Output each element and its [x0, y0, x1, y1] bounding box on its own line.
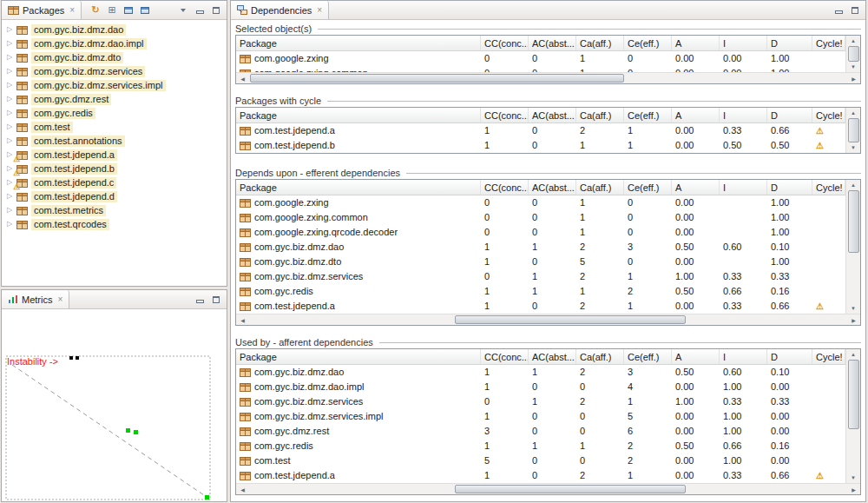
column-header[interactable]: CC(conc...	[481, 108, 529, 122]
column-header[interactable]: Cycle!	[812, 349, 845, 364]
open-type-icon[interactable]	[140, 4, 150, 17]
minimize-icon[interactable]	[194, 4, 205, 17]
tree-item[interactable]: ▷ com.gyc.dmz.rest	[2, 92, 227, 106]
tab-dependencies[interactable]: Dependencies ×	[231, 1, 329, 19]
table-row[interactable]: com.test.jdepend.a10210.000.330.66⚠	[236, 123, 845, 138]
column-header[interactable]: AC(abst...	[529, 349, 576, 364]
expand-arrow-icon[interactable]: ▷	[7, 217, 16, 231]
scroll-down-icon[interactable]: ▼	[847, 303, 860, 314]
horizontal-scrollbar[interactable]: ◀ ▶	[236, 72, 860, 83]
column-header[interactable]: AC(abst...	[529, 180, 576, 195]
scroll-down-icon[interactable]: ▼	[847, 473, 860, 483]
expand-arrow-icon[interactable]: ▷	[7, 92, 16, 106]
tree-item[interactable]: ▷ com.test.qrcodes	[2, 217, 227, 231]
table-row[interactable]: com.gyc.dmz.rest30060.001.000.00	[236, 424, 845, 439]
column-header[interactable]: CC(conc...	[481, 36, 529, 50]
tree-item[interactable]: ▷ com.gyc.biz.dmz.dao.impl	[2, 36, 227, 50]
column-header[interactable]: A	[672, 349, 720, 364]
tab-packages[interactable]: Packages ×	[2, 1, 82, 19]
table-row[interactable]: com.google.zxing.common00100.001.00	[236, 210, 845, 225]
tree-item[interactable]: ▷ com.gyc.biz.dmz.services.impl	[2, 78, 227, 92]
scroll-up-icon[interactable]: ▲	[847, 180, 860, 190]
expand-arrow-icon[interactable]: ▷	[7, 23, 16, 36]
table-row[interactable]: com.google.zxing.common00100.000.001.00	[236, 66, 845, 72]
minimize-icon[interactable]	[194, 294, 205, 306]
scroll-down-icon[interactable]: ▼	[847, 142, 860, 153]
scroll-up-icon[interactable]: ▲	[847, 36, 860, 46]
column-header[interactable]: D	[767, 349, 812, 364]
column-header[interactable]: I	[720, 36, 767, 50]
maximize-icon[interactable]	[850, 4, 860, 17]
table-row[interactable]: com.test.jdepend.a10210.000.330.66⚠	[236, 299, 845, 314]
column-header[interactable]: D	[767, 108, 812, 122]
refresh-icon[interactable]: ↻	[90, 4, 101, 17]
grid-icon[interactable]: ⊞	[107, 4, 117, 17]
scroll-right-icon[interactable]: ▶	[847, 486, 860, 493]
maximize-icon[interactable]	[211, 294, 221, 306]
table-row[interactable]: com.gyc.biz.dmz.services.impl10050.001.0…	[236, 409, 845, 424]
tree-item[interactable]: ▷ com.gyc.biz.dmz.services	[2, 64, 227, 78]
column-header[interactable]: AC(abst...	[529, 36, 576, 50]
column-header[interactable]: AC(abst...	[529, 108, 576, 122]
scrollbar-thumb[interactable]	[848, 118, 859, 142]
tree-item[interactable]: ▷ com.test	[2, 120, 227, 134]
column-header[interactable]: Ca(aff.)	[576, 349, 624, 364]
column-header[interactable]: CC(conc...	[481, 180, 529, 195]
table-row[interactable]: com.gyc.biz.dmz.dao11230.500.600.10	[236, 365, 845, 380]
column-header[interactable]: Package	[236, 349, 481, 364]
scrollbar-thumb[interactable]	[455, 315, 686, 324]
column-header[interactable]: Ce(eff.)	[624, 108, 672, 122]
column-header[interactable]: I	[720, 180, 767, 195]
expand-arrow-icon[interactable]: ▷	[7, 203, 16, 217]
scroll-right-icon[interactable]: ▶	[847, 317, 860, 323]
column-header[interactable]: Cycle!	[812, 36, 845, 50]
scrollbar-thumb[interactable]	[848, 360, 859, 429]
expand-arrow-icon[interactable]: ▷	[7, 50, 16, 64]
scroll-left-icon[interactable]: ◀	[236, 317, 249, 323]
minimize-icon[interactable]	[833, 4, 844, 17]
table-row[interactable]: com.test50020.001.000.00	[236, 453, 845, 468]
scroll-left-icon[interactable]: ◀	[236, 76, 249, 82]
tree-item[interactable]: ▷ ⚠com.test.jdepend.b	[2, 162, 227, 175]
table-row[interactable]: com.gyc.redis11120.500.660.16	[236, 284, 845, 299]
scroll-up-icon[interactable]: ▲	[847, 108, 860, 118]
table-row[interactable]: com.gyc.biz.dmz.services01211.000.330.33	[236, 269, 845, 284]
scroll-down-icon[interactable]: ▼	[847, 62, 860, 72]
table-row[interactable]: com.gyc.biz.dmz.services01211.000.330.33	[236, 394, 845, 409]
expand-arrow-icon[interactable]: ▷	[7, 36, 16, 50]
scrollbar-thumb[interactable]	[250, 74, 624, 83]
table-row[interactable]: com.test.jdepend.a10210.000.330.66⚠	[236, 468, 845, 483]
tree-item[interactable]: ▷ com.test.metrics	[2, 203, 227, 217]
tree-item[interactable]: ▷ com.gyc.biz.dmz.dao	[2, 23, 227, 36]
link-editor-icon[interactable]	[123, 4, 134, 17]
table-row[interactable]: com.gyc.redis11120.500.660.16	[236, 439, 845, 453]
scrollbar-thumb[interactable]	[848, 190, 859, 253]
column-header[interactable]: CC(conc...	[481, 349, 529, 364]
column-header[interactable]: D	[767, 36, 812, 50]
tree-item[interactable]: ▷ com.test.annotations	[2, 134, 227, 148]
tree-item[interactable]: ▷ com.gyc.biz.dmz.dto	[2, 50, 227, 64]
column-header[interactable]: Ca(aff.)	[576, 180, 624, 195]
column-header[interactable]: A	[672, 36, 720, 50]
table-row[interactable]: com.test.jdepend.b10110.000.500.50⚠	[236, 138, 845, 153]
scroll-up-icon[interactable]: ▲	[847, 349, 860, 360]
table-row[interactable]: com.google.zxing.qrcode.decoder00100.001…	[236, 225, 845, 240]
table-row[interactable]: com.google.zxing00100.001.00	[236, 195, 845, 210]
table-row[interactable]: com.gyc.biz.dmz.dto10500.001.00	[236, 255, 845, 269]
scrollbar-thumb[interactable]	[455, 485, 686, 493]
expand-arrow-icon[interactable]: ▷	[7, 189, 16, 203]
expand-arrow-icon[interactable]: ▷	[7, 120, 16, 134]
column-header[interactable]: Ce(eff.)	[624, 36, 672, 50]
tree-item[interactable]: ▷ ⚠com.test.jdepend.a	[2, 148, 227, 162]
tree-item[interactable]: ▷ com.test.jdepend.d	[2, 189, 227, 203]
tab-metrics[interactable]: Metrics ×	[2, 290, 69, 308]
horizontal-scrollbar[interactable]: ◀ ▶	[236, 483, 860, 494]
column-header[interactable]: Ce(eff.)	[624, 349, 672, 364]
scrollbar-thumb[interactable]	[848, 46, 859, 62]
expand-arrow-icon[interactable]: ▷	[7, 106, 16, 120]
vertical-scrollbar[interactable]: ▲ ▼	[845, 349, 860, 483]
column-header[interactable]: I	[720, 108, 767, 122]
column-header[interactable]: D	[767, 180, 812, 195]
table-row[interactable]: com.google.zxing00100.000.001.00	[236, 51, 845, 66]
column-header[interactable]: A	[672, 108, 720, 122]
